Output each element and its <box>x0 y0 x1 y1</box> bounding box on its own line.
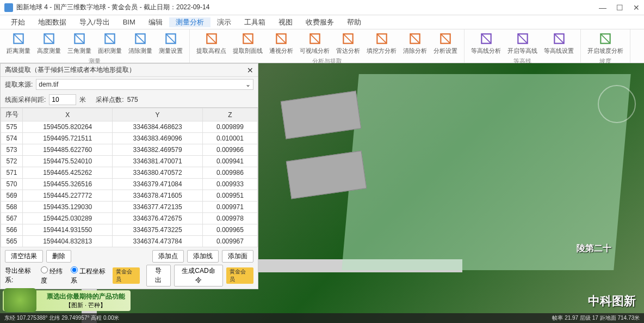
svg-line-31 <box>518 34 527 43</box>
ribbon-tool[interactable]: 开启坡度分析 <box>584 31 627 56</box>
map-label: 陵第二十 <box>577 243 611 254</box>
ribbon-tool[interactable]: 三角测量 <box>64 31 95 56</box>
table-row[interactable]: 5701594455.3265163346379.4710840.009933 <box>1 179 258 190</box>
menu-item[interactable]: 演示 <box>210 17 238 27</box>
menu-item[interactable]: 开始 <box>4 17 32 27</box>
app-icon <box>4 3 13 12</box>
delete-button[interactable]: 删除 <box>46 250 71 263</box>
tool-icon <box>72 32 86 46</box>
promo-image <box>4 288 36 312</box>
table-row[interactable]: 5711594465.4252623346380.4705720.009986 <box>1 167 258 179</box>
ribbon-tool[interactable]: 开启等高线 <box>504 31 541 56</box>
tool-label: 高度测量 <box>37 47 61 55</box>
menu-item[interactable]: 收费服务 <box>299 17 340 27</box>
menu-item[interactable]: BIM <box>116 18 142 26</box>
menu-item[interactable]: 视图 <box>272 17 299 27</box>
results-table-wrap[interactable]: 序号XYZ 5751594505.8202643346384.4686230.0… <box>1 107 258 248</box>
minimize-icon[interactable]: — <box>599 3 606 12</box>
ribbon-tool[interactable]: 测量设置 <box>156 31 186 56</box>
maximize-icon[interactable]: ☐ <box>616 3 623 12</box>
tool-label: 雷达分析 <box>336 47 360 55</box>
source-select[interactable]: dem.tif ⌄ <box>36 79 253 90</box>
tool-icon <box>11 32 26 46</box>
tool-icon <box>598 32 612 46</box>
ribbon-tool[interactable]: 清除测量 <box>125 31 156 56</box>
menubar: 开始地图数据导入/导出BIM编辑测量分析演示工具箱视图收费服务帮助 <box>0 15 644 29</box>
table-row[interactable]: 5661594414.9315503346375.4732250.009965 <box>1 224 258 236</box>
ribbon-tool[interactable]: 等高线设置 <box>541 31 577 56</box>
promo-banner[interactable]: 票选出你最期待的产品功能 【图新 · 芒种】 <box>3 290 131 311</box>
add-point-button[interactable]: 添加点 <box>152 250 184 263</box>
panel-close-icon[interactable]: ✕ <box>247 66 253 75</box>
table-row[interactable]: 5691594445.2277723346378.4716050.009951 <box>1 190 258 202</box>
menu-item[interactable]: 测量分析 <box>169 17 210 27</box>
tool-icon <box>42 32 56 46</box>
coord-radio-engineering[interactable]: 工程坐标系 <box>71 266 110 285</box>
table-row[interactable]: 5751594505.8202643346384.4686230.009899 <box>1 121 258 133</box>
menu-item[interactable]: 导入/导出 <box>73 17 116 27</box>
tool-icon <box>438 32 453 46</box>
ribbon-tool[interactable]: 清除分析 <box>400 31 430 56</box>
interval-label: 线面采样间距: <box>5 95 46 105</box>
ribbon-tool[interactable]: 距离测量 <box>3 31 34 56</box>
tool-label: 测量设置 <box>159 47 183 55</box>
source-label: 提取来源: <box>5 80 33 89</box>
tool-icon <box>552 32 566 46</box>
interval-input[interactable] <box>49 94 76 105</box>
tool-label: 等高线设置 <box>544 47 574 55</box>
ribbon-tool[interactable]: 提取高程点 <box>193 31 230 56</box>
menu-item[interactable]: 帮助 <box>340 17 368 27</box>
menu-item[interactable]: 编辑 <box>142 17 169 27</box>
table-row[interactable]: 5681594435.1290303346377.4721350.009971 <box>1 202 258 213</box>
titlebar: 图新地球 4 - 国产三维数字地球 - 黄金会员 - 截止日期：2022-09-… <box>0 0 644 15</box>
clear-button[interactable]: 清空结果 <box>5 250 43 263</box>
coord-export-label: 导出坐标系: <box>5 266 38 285</box>
tool-label: 分析设置 <box>434 47 457 55</box>
brand-logo: 中科图新 <box>588 293 636 309</box>
ribbon-tool[interactable]: 通视分析 <box>266 31 296 56</box>
table-row[interactable]: 5651594404.8328133346374.4737840.009967 <box>1 236 258 247</box>
extraction-panel: 高级提取（基于倾斜三维或者本地地形提取） ✕ 提取来源: dem.tif ⌄ 线… <box>0 63 258 289</box>
export-button[interactable]: 导出 <box>146 265 171 287</box>
gen-cad-button[interactable]: 生成CAD命令 <box>174 265 224 287</box>
tool-icon <box>516 32 530 46</box>
ribbon-tool[interactable]: 雷达分析 <box>333 31 363 56</box>
tool-label: 通视分析 <box>269 47 293 55</box>
svg-line-17 <box>276 34 286 43</box>
table-row[interactable]: 5671594425.0302893346376.4726750.009978 <box>1 213 258 224</box>
ribbon-tool[interactable]: 高度测量 <box>34 31 64 56</box>
tool-label: 可视域分析 <box>300 47 330 55</box>
tool-icon <box>479 32 493 46</box>
ribbon-tool[interactable]: 可视域分析 <box>296 31 333 56</box>
add-line-button[interactable]: 添加线 <box>187 250 219 263</box>
tool-icon <box>164 32 178 46</box>
tool-label: 距离测量 <box>7 47 30 55</box>
menu-item[interactable]: 地图数据 <box>32 17 73 27</box>
ribbon-tool[interactable]: 等高线分析 <box>468 31 504 56</box>
compass-icon[interactable] <box>598 85 636 123</box>
svg-line-1 <box>14 34 23 43</box>
svg-line-35 <box>600 34 610 43</box>
column-header[interactable]: Y <box>113 108 202 121</box>
svg-line-29 <box>481 34 491 43</box>
coord-radio-latlon[interactable]: 经纬度 <box>41 266 67 285</box>
perf-readout: 帧率 21.97 层级 17 距地面 714.73米 <box>552 314 640 322</box>
ribbon-tool[interactable]: 填挖方分析 <box>363 31 400 56</box>
svg-line-21 <box>343 34 352 43</box>
tool-label: 提取高程点 <box>196 47 226 55</box>
add-face-button[interactable]: 添加面 <box>222 250 253 263</box>
close-icon[interactable]: ✕ <box>633 3 640 12</box>
table-row[interactable]: 5741594495.7215113346383.4690960.010001 <box>1 133 258 144</box>
column-header[interactable]: 序号 <box>1 108 23 121</box>
ribbon-tool[interactable]: 面积测量 <box>95 31 125 56</box>
svg-line-27 <box>441 34 450 43</box>
menu-item[interactable]: 工具箱 <box>238 17 272 27</box>
table-row[interactable]: 5721594475.5240103346381.4700710.009941 <box>1 156 258 167</box>
column-header[interactable]: Z <box>202 108 257 121</box>
tool-icon <box>341 32 355 46</box>
ribbon-tool[interactable]: 提取剖面线 <box>230 31 266 56</box>
table-row[interactable]: 5731594485.6227603346382.4695790.009966 <box>1 144 258 156</box>
ribbon-tool[interactable]: 分析设置 <box>430 31 461 56</box>
tool-label: 填挖方分析 <box>367 47 397 55</box>
column-header[interactable]: X <box>23 108 113 121</box>
